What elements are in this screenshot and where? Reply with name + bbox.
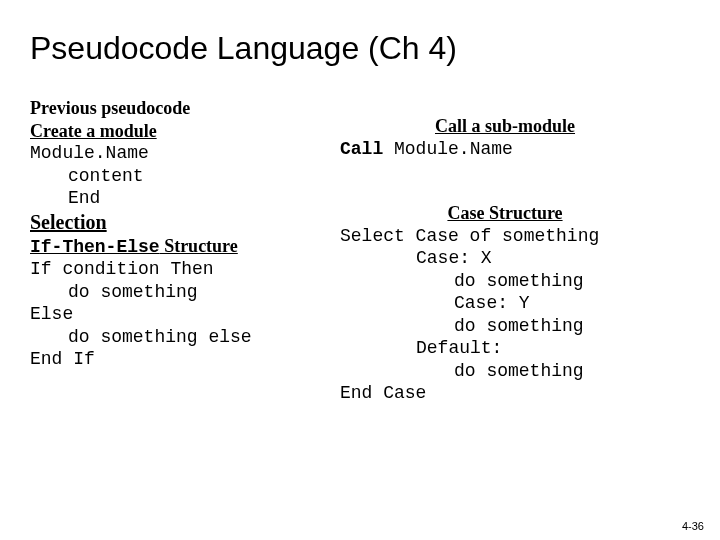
if-then-else-heading: If-Then-Else Structure bbox=[30, 235, 340, 259]
previous-heading: Previous pseudocode bbox=[30, 97, 340, 120]
if-do-line: do something bbox=[30, 281, 340, 304]
call-module-name: Module.Name bbox=[383, 139, 513, 159]
select-case-line: Select Case of something bbox=[340, 225, 670, 248]
end-case-line: End Case bbox=[340, 382, 670, 405]
else-line: Else bbox=[30, 303, 340, 326]
ite-keyword: If-Then-Else bbox=[30, 237, 160, 257]
selection-heading: Selection bbox=[30, 210, 340, 235]
case-y-line: Case: Y bbox=[340, 292, 670, 315]
if-line: If condition Then bbox=[30, 258, 340, 281]
call-submodule-heading: Call a sub-module bbox=[340, 115, 670, 138]
right-column: Call a sub-module Call Module.Name Case … bbox=[340, 97, 670, 405]
slide: Pseudocode Language (Ch 4) Previous pseu… bbox=[0, 0, 720, 540]
case-structure-heading: Case Structure bbox=[340, 202, 670, 225]
module-content-line: content bbox=[30, 165, 340, 188]
module-name-line: Module.Name bbox=[30, 142, 340, 165]
page-number: 4-36 bbox=[682, 520, 704, 532]
left-column: Previous pseudocode Create a module Modu… bbox=[30, 97, 340, 371]
create-module-heading: Create a module bbox=[30, 120, 340, 143]
else-do-line: do something else bbox=[30, 326, 340, 349]
case-x-do-line: do something bbox=[340, 270, 670, 293]
default-do-line: do something bbox=[340, 360, 670, 383]
module-end-line: End bbox=[30, 187, 340, 210]
slide-title: Pseudocode Language (Ch 4) bbox=[30, 30, 690, 67]
call-line: Call Module.Name bbox=[340, 138, 670, 161]
ite-structure-word: Structure bbox=[160, 236, 238, 256]
spacer bbox=[340, 97, 670, 115]
content-columns: Previous pseudocode Create a module Modu… bbox=[30, 97, 690, 405]
endif-line: End If bbox=[30, 348, 340, 371]
default-line: Default: bbox=[340, 337, 670, 360]
case-y-do-line: do something bbox=[340, 315, 670, 338]
spacer bbox=[340, 178, 670, 196]
call-keyword: Call bbox=[340, 139, 383, 159]
case-x-line: Case: X bbox=[340, 247, 670, 270]
spacer bbox=[340, 160, 670, 178]
